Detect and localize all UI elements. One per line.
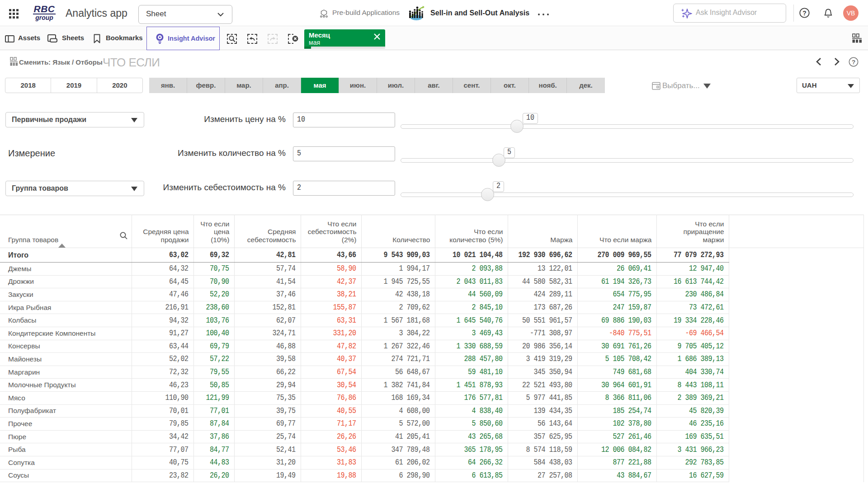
svg-text:?: ?	[852, 59, 855, 66]
svg-text:?: ?	[802, 9, 807, 17]
